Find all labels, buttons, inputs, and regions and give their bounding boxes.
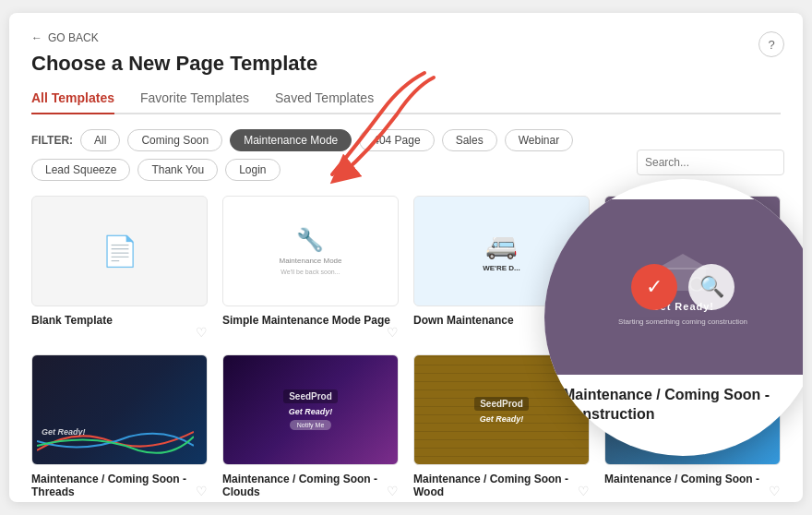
- template-name-blank: Blank Template: [31, 314, 113, 327]
- template-name-clouds: Maintenance / Coming Soon - Clouds: [222, 473, 399, 498]
- template-card-threads[interactable]: Get Ready! Maintenance / Coming Soon - T…: [31, 354, 208, 498]
- favorite-icon-clouds[interactable]: ♡: [387, 484, 399, 498]
- tab-favorite-templates[interactable]: Favorite Templates: [140, 90, 249, 113]
- template-card-blank[interactable]: 📄 Blank Template ♡: [31, 196, 208, 340]
- template-thumb-threads: Get Ready!: [31, 354, 208, 465]
- template-thumb-blank: 📄: [31, 196, 208, 306]
- help-button[interactable]: ?: [758, 31, 784, 57]
- tab-saved-templates[interactable]: Saved Templates: [275, 90, 374, 113]
- filter-login[interactable]: Login: [225, 159, 280, 181]
- template-name-wood: Maintenance / Coming Soon - Wood: [413, 473, 590, 498]
- check-icon: ✓: [646, 275, 663, 299]
- page-container: ← GO BACK Choose a New Page Template ? A…: [9, 13, 803, 502]
- template-name-threads: Maintenance / Coming Soon - Threads: [31, 473, 208, 498]
- filter-row-1: FILTER: All Coming Soon Maintenance Mode…: [31, 129, 781, 151]
- template-name-down: Down Maintenance: [413, 314, 514, 327]
- tab-all-templates[interactable]: All Templates: [31, 90, 114, 113]
- back-arrow-icon: ←: [31, 31, 42, 44]
- filter-all[interactable]: All: [80, 129, 120, 151]
- preview-template-button[interactable]: 🔍: [688, 264, 734, 310]
- template-name-fourth: Maintenance / Coming Soon -: [604, 473, 759, 485]
- filter-sales[interactable]: Sales: [442, 129, 497, 151]
- template-thumb-simple: 🔧 Maintenance Mode We'll be back soon...: [222, 196, 399, 306]
- down-thumb-text: WE'RE D...: [483, 264, 520, 272]
- page-title: Choose a New Page Template: [31, 52, 781, 76]
- go-back-link[interactable]: ← GO BACK: [31, 31, 781, 44]
- filter-coming-soon[interactable]: Coming Soon: [127, 129, 222, 151]
- favorite-icon-wood[interactable]: ♡: [578, 484, 590, 498]
- circle-highlight: Get Ready! Starting something coming con…: [544, 179, 803, 456]
- favorite-icon-fourth[interactable]: ♡: [769, 484, 781, 498]
- filter-thank-you[interactable]: Thank You: [137, 159, 218, 181]
- favorite-icon-simple[interactable]: ♡: [387, 325, 399, 340]
- filter-maintenance-mode[interactable]: Maintenance Mode: [230, 129, 352, 151]
- wrench-icon: 🔧: [296, 227, 324, 253]
- simple-thumb-text: Maintenance Mode: [279, 257, 341, 265]
- filter-404[interactable]: 404 Page: [359, 129, 434, 151]
- template-thumb-clouds: SeedProd Get Ready! Notify Me: [222, 354, 399, 465]
- filter-webinar[interactable]: Webinar: [505, 129, 573, 151]
- template-card-clouds[interactable]: SeedProd Get Ready! Notify Me Maintenanc…: [222, 354, 399, 498]
- circle-template-title: Maintenance / Coming Soon - Construction: [563, 387, 770, 422]
- template-card-simple[interactable]: 🔧 Maintenance Mode We'll be back soon...…: [222, 196, 399, 340]
- filter-lead-squeeze[interactable]: Lead Squeeze: [31, 159, 130, 181]
- blank-page-icon: 📄: [102, 234, 138, 269]
- search-input[interactable]: [637, 150, 784, 175]
- van-icon: 🚐: [485, 230, 518, 260]
- tab-bar: All Templates Favorite Templates Saved T…: [31, 90, 781, 114]
- circle-thumb: Get Ready! Starting something coming con…: [544, 199, 803, 375]
- favorite-icon-threads[interactable]: ♡: [196, 484, 208, 498]
- favorite-icon-blank[interactable]: ♡: [196, 325, 208, 340]
- template-name-simple: Simple Maintenance Mode Page: [222, 314, 390, 327]
- circle-action-buttons: ✓ 🔍: [631, 264, 734, 310]
- select-template-button[interactable]: ✓: [631, 264, 677, 310]
- filter-label: FILTER:: [31, 134, 73, 147]
- go-back-label: GO BACK: [48, 31, 99, 44]
- preview-icon: 🔍: [699, 275, 724, 299]
- help-icon: ?: [768, 38, 774, 52]
